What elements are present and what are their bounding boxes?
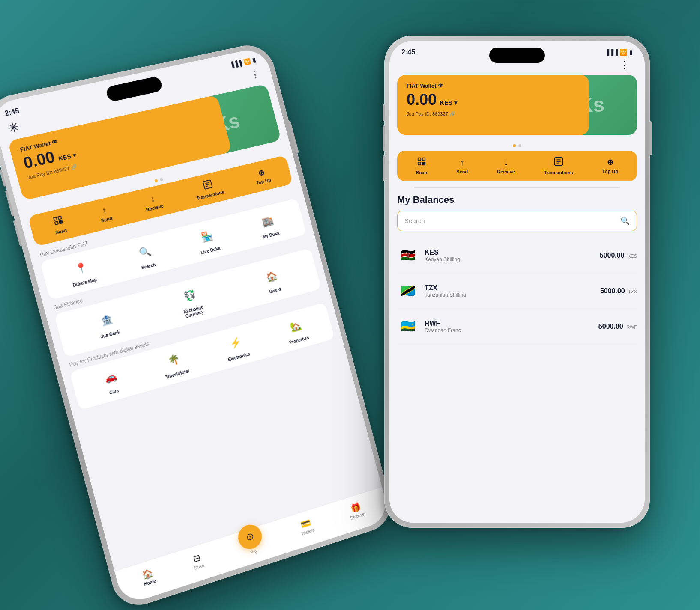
mute-button-right [383,104,385,121]
action-transactions-left[interactable]: Transactions [192,176,225,201]
kes-name: KES [425,249,594,256]
nav-wallets-left[interactable]: 💳 Wallets [298,516,315,536]
grid-jua-bank[interactable]: 🏦 Jua Bank [89,306,126,340]
svg-rect-0 [54,217,57,220]
grid-electronics[interactable]: ⚡ Electronics [218,330,254,363]
action-divider [414,187,620,188]
discover-icon-left: 🎁 [350,501,362,514]
balance-item-rwf[interactable]: 🇷🇼 RWF Rwandan Franc 5000.00 RWF [397,309,637,345]
action-receive-right[interactable]: Recieve [497,158,515,174]
signal-icon-right: ▐▐▐ [605,49,618,56]
volume-down-button-right [383,155,385,181]
my-duka-icon: 🏬 [256,210,279,233]
status-icons-left: ▐▐▐ 🛜 ▮ [229,57,256,68]
home-icon-left: 🏠 [141,567,154,581]
grid-live-duka[interactable]: 🏪 Live Duka [190,223,226,256]
scan-label-right: Scan [416,170,427,175]
jua-bank-icon: 🏦 [94,308,119,332]
receive-icon-right [504,158,508,167]
svg-rect-2 [55,221,58,225]
action-transactions-right[interactable]: Transactions [544,157,573,175]
transactions-icon-right [554,157,563,168]
nav-home-left[interactable]: 🏠 Home [141,567,157,586]
scan-icon-right [417,157,426,168]
menu-dots-left[interactable]: ⋮ [249,68,262,80]
wallet-currency-left: KES ▾ [58,152,77,162]
transactions-label-left: Transactions [196,189,225,201]
grid-properties[interactable]: 🏡 Properties [279,313,314,346]
wallet-amount-right: 0.00 [407,91,437,109]
action-receive-left[interactable]: Recieve [142,192,164,212]
menu-dots-right[interactable]: ⋮ [620,60,630,71]
volume-down-button [13,220,22,246]
cars-icon: 🚗 [98,365,123,390]
action-topup-right[interactable]: ⊕ Top Up [602,158,618,174]
duka-icon-left: ⊟ [192,552,202,564]
grid-search[interactable]: 🔍 Search [128,239,164,272]
flag-tzx: 🇹🇿 [397,280,419,302]
kes-amount: 5000.00 [600,252,625,259]
balance-item-kes[interactable]: 🇰🇪 KES Kenyan Shilling 5000.00 KES [397,238,637,274]
grid-my-duka[interactable]: 🏬 My Duka [251,208,286,241]
balance-info-rwf: RWF Rwandan Franc [425,320,592,333]
svg-rect-9 [418,162,421,164]
tzx-amount: 5000.00 [600,287,625,295]
balance-list: 🇰🇪 KES Kenyan Shilling 5000.00 KES [397,238,637,345]
balances-screen: ⋮ FIAT Wallet 👁 0.00 KES ▾ Jua Pay ID: 8… [389,60,645,512]
action-scan-left[interactable]: Scan [51,214,67,235]
nav-discover-left[interactable]: 🎁 Discover [347,500,366,520]
sun-icon-left: ✳ [6,119,21,136]
action-send-left[interactable]: Send [97,204,113,223]
power-button-right [649,121,652,155]
wifi-icon-right: 🛜 [620,49,627,56]
action-send-right[interactable]: Send [456,158,468,174]
nav-duka-left[interactable]: ⊟ Duka [191,551,205,570]
wifi-icon: 🛜 [243,57,251,65]
pay-icon-left: ⊙ [245,530,255,543]
phone-screen-left: 2:45 ▐▐▐ 🛜 ▮ ✳ ⋮ [0,46,391,605]
send-icon-right [460,158,464,167]
action-topup-left[interactable]: ⊕ Top Up [253,166,272,185]
kes-amount-wrap: 5000.00 KES [600,252,637,259]
search-icon-dukas: 🔍 [132,240,157,264]
dots-right [397,144,637,147]
tzx-amount-wrap: 5000.00 TZX [600,287,637,295]
nav-pay-left[interactable]: ⊙ Pay [238,530,266,557]
balance-info-tzx: TZX Tanzanian Shilling [425,284,594,298]
svg-rect-7 [418,158,421,160]
dot-1-left [154,179,158,182]
phone-left: 2:45 ▐▐▐ 🛜 ▮ ✳ ⋮ [0,40,397,610]
dot-2-right [518,144,521,147]
receive-label-right: Recieve [497,169,515,174]
search-box[interactable]: Search 🔍 [397,211,637,231]
send-icon-left [101,205,108,216]
time-left: 2:45 [4,107,20,117]
rwf-country: Rwandan Franc [425,327,592,333]
topup-label-left: Top Up [255,177,271,185]
grid-cars[interactable]: 🚗 Cars [93,363,129,398]
signal-icon: ▐▐▐ [229,60,242,68]
tzx-name: TZX [425,284,594,292]
fiat-wallet-card-right[interactable]: FIAT Wallet 👁 0.00 KES ▾ Jua Pay ID: 869… [397,75,589,135]
wallet-label-right: FIAT Wallet 👁 [407,83,580,89]
dynamic-island-right [489,48,545,63]
grid-dukas-map[interactable]: 📍 Duka's Map [63,255,101,289]
exchange-icon: 💱 [178,283,202,307]
dukas-map-icon: 📍 [69,256,93,280]
invest-icon: 🏠 [260,265,284,288]
flag-kes: 🇰🇪 [397,245,419,266]
transactions-icon-left [202,179,214,192]
topup-icon-right: ⊕ [607,158,613,167]
rwf-unit: RWF [626,324,637,330]
pay-label-left: Pay [250,548,258,555]
grid-travel[interactable]: 🌴 Travel/Hotel [156,346,192,380]
grid-invest[interactable]: 🏠 Invest [255,263,290,296]
mute-button [0,169,6,187]
battery-icon: ▮ [251,57,256,64]
balance-item-tzx[interactable]: 🇹🇿 TZX Tanzanian Shilling 5000.00 TZX [397,274,637,309]
action-scan-right[interactable]: Scan [416,157,427,175]
topup-label-right: Top Up [602,169,618,174]
travel-icon: 🌴 [162,348,186,372]
search-input[interactable]: Search [404,217,616,224]
grid-exchange[interactable]: 💱 Exchange Currency [173,282,209,320]
